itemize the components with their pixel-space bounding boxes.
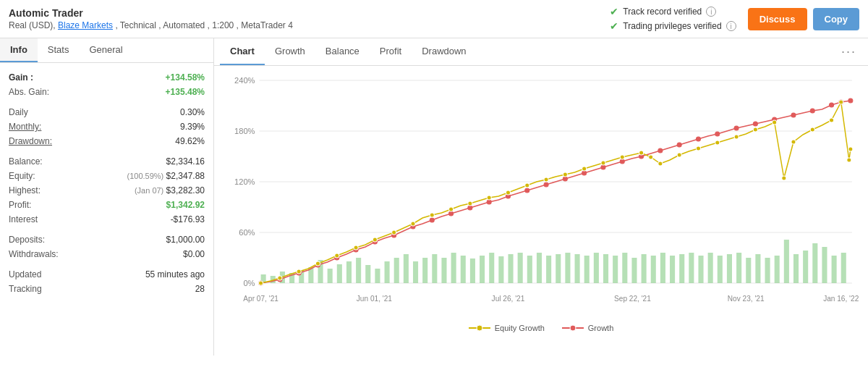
check-icon-1: ✔: [610, 6, 618, 17]
svg-point-109: [335, 253, 339, 258]
svg-rect-49: [631, 258, 637, 283]
svg-rect-39: [537, 253, 542, 283]
svg-rect-62: [755, 254, 760, 283]
svg-rect-44: [584, 256, 590, 283]
equity-growth-label: Equity Growth: [495, 324, 545, 332]
svg-point-121: [563, 172, 567, 177]
svg-text:240%: 240%: [234, 76, 255, 85]
svg-rect-70: [832, 256, 837, 283]
info-row-daily: Daily 0.30%: [9, 105, 205, 119]
interest-value: -$176.93: [171, 214, 205, 224]
info-row-abs-gain: Abs. Gain: +135.48%: [9, 85, 205, 99]
growth-line: [259, 98, 853, 285]
chart-tab-growth[interactable]: Growth: [265, 38, 315, 65]
svg-point-125: [639, 151, 644, 155]
app-title: Automic Trader: [9, 7, 293, 19]
subtitle-prefix: Real (USD),: [9, 20, 58, 30]
svg-rect-42: [565, 253, 570, 283]
tab-info[interactable]: Info: [0, 38, 38, 62]
track-record-info-icon[interactable]: i: [706, 7, 716, 17]
chart-tab-chart[interactable]: Chart: [220, 38, 265, 65]
svg-rect-68: [812, 243, 817, 283]
chart-svg: .grid-line { stroke: #e8e8e8; stroke-wid…: [223, 73, 859, 319]
svg-point-134: [782, 176, 786, 180]
svg-point-101: [810, 109, 814, 113]
chart-legend: Equity Growth Growth: [223, 319, 859, 338]
chart-tab-balance[interactable]: Balance: [315, 38, 370, 65]
svg-rect-19: [346, 261, 352, 283]
svg-text:120%: 120%: [234, 177, 255, 186]
svg-text:Jan 16, '22: Jan 16, '22: [823, 295, 859, 303]
right-panel: Chart Growth Balance Profit Drawdown ···…: [214, 38, 868, 356]
svg-point-150: [570, 325, 576, 331]
svg-rect-29: [441, 258, 446, 283]
svg-text:60%: 60%: [239, 228, 255, 237]
balance-label: Balance:: [9, 156, 43, 167]
svg-text:Jun 01, '21: Jun 01, '21: [357, 295, 393, 303]
svg-point-98: [753, 122, 757, 126]
withdrawals-value: $0.00: [183, 249, 205, 259]
equity-label: Equity:: [9, 171, 35, 181]
svg-point-130: [715, 140, 720, 145]
svg-rect-61: [746, 258, 751, 283]
svg-point-133: [773, 120, 777, 125]
trading-privileges-info-icon[interactable]: i: [726, 21, 736, 31]
svg-rect-58: [718, 256, 723, 283]
svg-point-100: [791, 113, 796, 117]
svg-point-129: [696, 146, 700, 151]
svg-point-138: [839, 100, 843, 104]
svg-rect-25: [404, 254, 409, 283]
chart-more-button[interactable]: ···: [835, 38, 862, 65]
svg-point-97: [734, 126, 739, 130]
svg-rect-20: [356, 258, 361, 283]
tab-general[interactable]: General: [79, 38, 132, 62]
svg-point-115: [449, 207, 454, 211]
tab-stats[interactable]: Stats: [38, 38, 80, 62]
svg-text:Jul 26, '21: Jul 26, '21: [492, 295, 525, 303]
info-row-withdrawals: Withdrawals: $0.00: [9, 247, 205, 261]
discuss-button[interactable]: Discuss: [748, 8, 807, 30]
svg-point-93: [658, 148, 663, 153]
svg-point-132: [753, 127, 757, 132]
svg-rect-35: [498, 256, 503, 283]
svg-rect-57: [708, 253, 713, 283]
svg-rect-18: [337, 264, 342, 283]
svg-point-124: [620, 155, 624, 159]
svg-rect-60: [736, 253, 741, 283]
svg-rect-66: [793, 254, 799, 283]
highest-label: Highest:: [9, 185, 41, 195]
header: Automic Trader Real (USD), Blaze Markets…: [0, 0, 868, 38]
svg-point-84: [487, 200, 491, 204]
svg-rect-67: [803, 251, 808, 283]
svg-rect-69: [822, 247, 827, 283]
svg-rect-64: [775, 256, 780, 283]
copy-button[interactable]: Copy: [813, 8, 860, 30]
info-row-monthly: Monthly: 9.39%: [9, 119, 205, 134]
legend-growth: Growth: [562, 324, 613, 332]
svg-rect-63: [765, 258, 770, 283]
svg-text:Nov 23, '21: Nov 23, '21: [728, 295, 765, 303]
svg-rect-54: [679, 254, 684, 283]
svg-rect-43: [575, 254, 580, 283]
blaze-markets-link[interactable]: Blaze Markets: [58, 20, 113, 30]
app-subtitle: Real (USD), Blaze Markets , Technical , …: [9, 20, 293, 30]
svg-text:0%: 0%: [243, 279, 255, 287]
chart-tab-drawdown[interactable]: Drawdown: [412, 38, 476, 65]
chart-tab-profit[interactable]: Profit: [370, 38, 412, 65]
tracking-value: 28: [195, 284, 205, 294]
svg-text:Apr 07, '21: Apr 07, '21: [243, 295, 278, 303]
svg-point-140: [848, 147, 853, 151]
svg-point-117: [487, 195, 491, 200]
drawdown-value: 49.62%: [175, 136, 205, 146]
svg-point-122: [582, 167, 587, 171]
svg-point-102: [830, 103, 834, 107]
daily-label: Daily: [9, 107, 28, 117]
svg-rect-30: [451, 253, 456, 283]
chart-tabs: Chart Growth Balance Profit Drawdown ···: [214, 38, 868, 66]
equity-growth-legend-icon: [469, 324, 490, 332]
verification-badges: ✔ Track record verified i ✔ Trading priv…: [610, 6, 736, 32]
svg-point-135: [791, 140, 796, 144]
monthly-label: Monthly:: [9, 122, 41, 132]
info-row-gain: Gain : +134.58%: [9, 70, 205, 85]
svg-point-128: [677, 153, 681, 157]
